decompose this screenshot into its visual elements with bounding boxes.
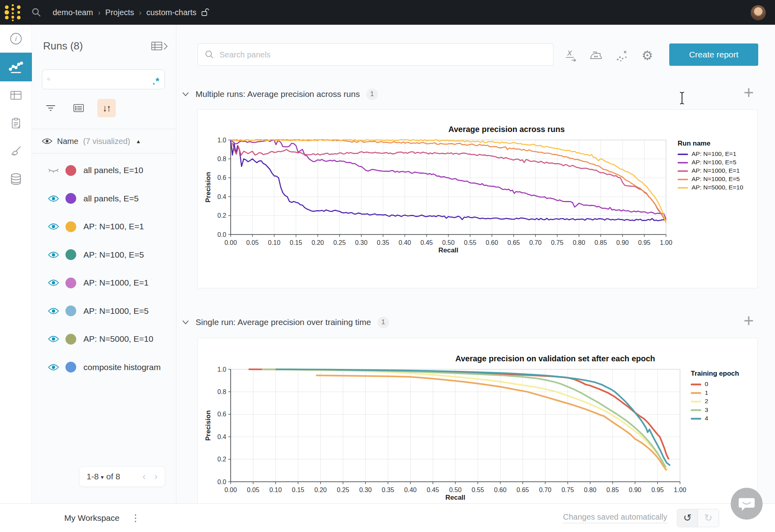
undo-button[interactable]: ↺ (677, 509, 698, 527)
wandb-logo[interactable] (0, 0, 26, 25)
svg-text:0.6: 0.6 (217, 174, 226, 181)
workspace-settings-button[interactable]: ⚙ (639, 47, 656, 64)
runs-list-header[interactable]: Name (7 visualized) ▲ (32, 129, 176, 154)
run-visibility-toggle[interactable] (47, 195, 60, 202)
svg-text:0.95: 0.95 (651, 487, 664, 493)
legend-swatch (691, 401, 701, 403)
breadcrumb-item-demo-team[interactable]: demo-team (53, 8, 93, 17)
sort-runs-button[interactable]: ↓↑ (97, 99, 116, 117)
prev-page-button[interactable]: ‹ (142, 471, 146, 482)
section-title[interactable]: Single run: Average precision over train… (196, 317, 371, 327)
run-row[interactable]: AP: N=1000, E=1 (32, 269, 176, 297)
avatar[interactable] (751, 5, 766, 20)
run-visibility-toggle[interactable] (47, 279, 60, 286)
run-row[interactable]: composite histogram (32, 353, 176, 382)
hidden-eye-icon (48, 167, 59, 174)
line-chart-icon (9, 60, 23, 74)
run-visibility-toggle[interactable] (47, 167, 60, 174)
svg-text:Average precision on validatio: Average precision on validation set afte… (455, 354, 655, 363)
run-name[interactable]: AP: N=1000, E=1 (83, 278, 148, 288)
legend-swatch (678, 170, 688, 172)
svg-text:0.85: 0.85 (595, 239, 607, 246)
run-row[interactable]: AP: N=100, E=1 (32, 213, 176, 241)
run-name[interactable]: all panels, E=10 (83, 166, 143, 175)
run-row[interactable]: all panels, E=10 (32, 156, 176, 185)
redo-button[interactable]: ↻ (698, 509, 719, 527)
workspace-bottom-bar: My Workspace ⋮ Changes saved automatical… (0, 503, 775, 532)
run-row[interactable]: AP: N=1000, E=5 (32, 297, 176, 325)
svg-text:0.50: 0.50 (449, 487, 461, 493)
sidebar-item-overview[interactable]: i (0, 25, 32, 53)
add-panel-button[interactable]: + (741, 85, 757, 100)
legend-swatch (678, 187, 688, 189)
visible-eye-icon (48, 279, 59, 286)
text-cursor (678, 91, 686, 107)
panels-search-input[interactable] (219, 50, 547, 59)
svg-text:0.50: 0.50 (442, 239, 455, 246)
run-row[interactable]: all panels, E=5 (32, 185, 176, 213)
runs-sidebar: Runs (8) .* ↓↑ (32, 25, 176, 503)
legend-label: 4 (705, 415, 708, 422)
chart-average-precision-across-runs: 0.000.050.100.150.200.250.300.350.400.45… (198, 110, 757, 288)
smoothing-button[interactable] (587, 47, 605, 64)
run-name[interactable]: AP: N=1000, E=5 (83, 306, 148, 316)
sidebar-item-notes[interactable] (0, 109, 32, 137)
svg-text:0.2: 0.2 (217, 456, 226, 463)
collapse-section-button[interactable] (182, 320, 189, 325)
visible-eye-icon (48, 251, 59, 258)
section-title[interactable]: Multiple runs: Average precision across … (196, 89, 360, 99)
svg-text:0.65: 0.65 (508, 239, 520, 246)
open-runs-table-button[interactable] (151, 41, 168, 51)
sidebar-item-artifacts[interactable] (0, 165, 32, 193)
run-name[interactable]: AP: N=5000, E=10 (83, 334, 153, 344)
next-page-button[interactable]: › (154, 471, 158, 482)
svg-text:0.75: 0.75 (551, 239, 563, 246)
search-icon (204, 49, 215, 60)
run-visibility-toggle[interactable] (47, 364, 60, 371)
svg-text:1.00: 1.00 (660, 239, 672, 246)
collapse-section-button[interactable] (182, 92, 189, 97)
list-settings-icon (73, 103, 84, 113)
sidebar-item-charts[interactable] (0, 53, 32, 81)
autosave-status[interactable]: Changes saved automatically (563, 512, 667, 523)
run-name[interactable]: composite histogram (83, 363, 161, 372)
workspace-menu-button[interactable]: ⋮ (130, 512, 140, 524)
svg-text:0.80: 0.80 (584, 487, 596, 493)
legend-label: AP: N=100, E=5 (692, 159, 736, 166)
sidebar-item-panels[interactable] (0, 81, 32, 109)
svg-text:0.30: 0.30 (359, 487, 372, 493)
run-name[interactable]: all panels, E=5 (83, 194, 138, 203)
run-visibility-toggle[interactable] (47, 335, 60, 343)
run-visibility-toggle[interactable] (47, 251, 60, 258)
panel-card-average-precision-across-runs[interactable]: 0.000.050.100.150.200.250.300.350.400.45… (197, 109, 758, 288)
panel-card-average-precision-per-epoch[interactable]: 0.000.050.100.150.200.250.300.350.400.45… (197, 338, 758, 525)
global-search-button[interactable] (26, 0, 47, 25)
add-panel-button[interactable]: + (741, 313, 757, 329)
sidebar-item-sweeps[interactable] (0, 137, 32, 165)
x-axis-icon: x (564, 48, 578, 63)
run-visibility-toggle[interactable] (47, 223, 60, 230)
run-row[interactable]: AP: N=100, E=5 (32, 241, 176, 269)
pagination-range[interactable]: 1-8 (87, 472, 99, 481)
visible-eye-icon (48, 307, 59, 315)
create-report-button[interactable]: Create report (669, 43, 758, 66)
run-visibility-toggle[interactable] (47, 307, 60, 315)
regex-toggle[interactable]: .* (152, 75, 160, 83)
filter-runs-button[interactable] (42, 99, 60, 117)
top-navigation-bar: demo-team›Projects›custom-charts (0, 0, 775, 25)
outliers-button[interactable] (613, 47, 631, 64)
svg-text:0.15: 0.15 (290, 239, 302, 246)
legend-swatch (691, 409, 701, 411)
svg-text:0.35: 0.35 (382, 487, 394, 493)
x-axis-settings-button[interactable]: x (562, 47, 580, 64)
run-name[interactable]: AP: N=100, E=1 (83, 222, 144, 231)
group-runs-button[interactable] (69, 99, 88, 117)
svg-text:0.10: 0.10 (269, 487, 282, 493)
runs-search-input[interactable] (55, 75, 152, 84)
run-row[interactable]: AP: N=5000, E=10 (32, 325, 176, 353)
support-chat-button[interactable] (731, 488, 763, 520)
svg-text:0.25: 0.25 (337, 487, 349, 493)
run-name[interactable]: AP: N=100, E=5 (83, 250, 144, 260)
breadcrumb-item-custom-charts[interactable]: custom-charts (146, 8, 197, 17)
breadcrumb-item-Projects[interactable]: Projects (105, 8, 134, 17)
